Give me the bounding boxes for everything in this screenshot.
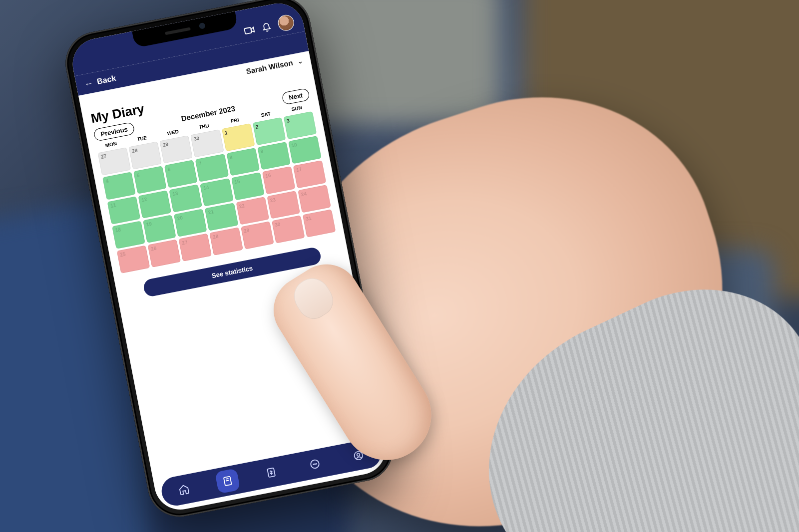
next-button[interactable]: Next — [281, 88, 310, 105]
video-icon[interactable] — [243, 24, 256, 39]
svg-point-8 — [357, 453, 360, 456]
calendar-day[interactable]: 16 — [262, 166, 296, 194]
calendar-day[interactable]: 6 — [164, 160, 198, 188]
avatar[interactable] — [277, 13, 296, 32]
calendar-day[interactable]: 25 — [117, 245, 150, 273]
calendar-day[interactable]: 1 — [221, 123, 255, 151]
calendar-day[interactable]: 27 — [179, 233, 212, 261]
calendar-day[interactable]: 26 — [148, 239, 181, 267]
calendar-day[interactable]: 12 — [138, 190, 172, 218]
calendar-day[interactable]: 4 — [102, 172, 136, 200]
tab-diary[interactable] — [215, 468, 241, 494]
calendar-day[interactable]: 10 — [288, 136, 322, 164]
calendar-grid: 2728293012345678910111213141516171819202… — [98, 111, 336, 273]
calendar-day[interactable]: 21 — [205, 203, 238, 231]
svg-rect-1 — [224, 477, 232, 486]
calendar-day[interactable]: 2 — [252, 117, 286, 145]
calendar-day[interactable]: 28 — [129, 141, 162, 169]
svg-point-6 — [316, 464, 317, 464]
svg-point-4 — [313, 464, 314, 465]
calendar-day[interactable]: 9 — [257, 142, 291, 170]
calendar-day[interactable]: 28 — [210, 227, 243, 255]
svg-point-5 — [315, 464, 315, 464]
calendar-day[interactable]: 17 — [293, 160, 327, 188]
calendar-day[interactable]: 11 — [107, 196, 141, 224]
calendar-day[interactable]: 23 — [267, 191, 300, 219]
tab-chat[interactable] — [302, 451, 328, 477]
calendar-day[interactable]: 30 — [190, 129, 224, 157]
back-label: Back — [96, 74, 117, 86]
calendar-day[interactable]: 5 — [133, 166, 167, 194]
calendar-day[interactable]: 24 — [298, 185, 331, 213]
calendar-day[interactable]: 31 — [303, 209, 336, 237]
calendar-day[interactable]: 20 — [174, 209, 207, 237]
tab-billing[interactable] — [258, 460, 284, 486]
calendar-day[interactable]: 8 — [226, 148, 260, 176]
bottom-tab-bar — [159, 437, 384, 508]
calendar-day[interactable]: 15 — [231, 172, 265, 200]
calendar-day[interactable]: 3 — [283, 111, 317, 139]
calendar-day[interactable]: 14 — [200, 178, 234, 206]
calendar-day[interactable]: 18 — [112, 221, 145, 249]
tab-home[interactable] — [171, 477, 197, 503]
calendar-day[interactable]: 29 — [160, 135, 193, 163]
calendar-day[interactable]: 29 — [241, 221, 274, 249]
svg-rect-0 — [244, 27, 252, 34]
calendar-day[interactable]: 7 — [195, 154, 229, 182]
calendar-day[interactable]: 27 — [98, 147, 131, 175]
calendar-day[interactable]: 19 — [143, 215, 176, 243]
calendar-day[interactable]: 30 — [272, 215, 305, 243]
chevron-down-icon[interactable]: ⌄ — [297, 57, 303, 65]
calendar-day[interactable]: 22 — [236, 197, 269, 225]
bell-icon[interactable] — [261, 22, 273, 35]
arrow-left-icon: ← — [83, 78, 94, 89]
calendar-day[interactable]: 13 — [169, 184, 203, 212]
